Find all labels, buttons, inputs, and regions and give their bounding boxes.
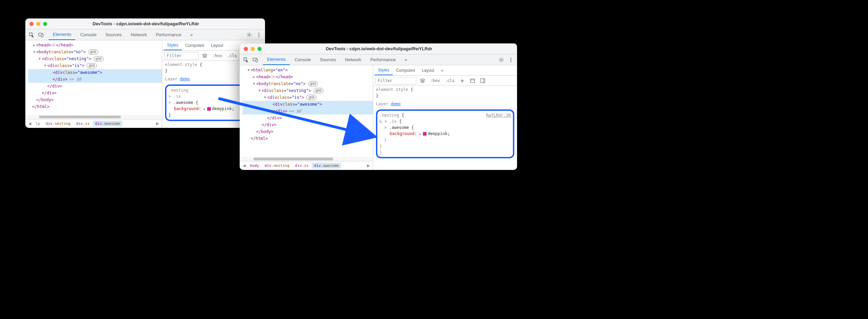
expand-arrow-icon[interactable]: ▶ [32, 42, 36, 49]
grid-badge[interactable]: grid [306, 95, 317, 100]
settings-gear-icon[interactable] [245, 31, 253, 39]
breadcrumb-body[interactable]: ly [34, 121, 42, 127]
dom-node-body-close[interactable]: </body> [242, 128, 373, 135]
styles-tab-computed[interactable]: Computed [393, 65, 418, 75]
breadcrumb-prev-icon[interactable]: ◀ [27, 121, 32, 126]
dom-node-head[interactable]: ▶ <head> ⋯ </head> [242, 74, 373, 80]
source-link[interactable]: RwYLRdr:36 [486, 112, 511, 118]
tab-sources[interactable]: Sources [101, 29, 126, 40]
style-rule-element[interactable]: element.style { } [376, 87, 514, 99]
dom-node-is-close[interactable]: </div> [242, 115, 373, 121]
breadcrumb-awesome[interactable]: div.awesome [93, 121, 122, 127]
collapse-arrow-icon[interactable]: ▼ [43, 62, 47, 69]
dom-node-is[interactable]: ▼ <div class="is"> grid [242, 94, 373, 101]
tab-network[interactable]: Network [127, 29, 151, 40]
breadcrumb-next-icon[interactable]: ▶ [366, 163, 371, 168]
ellipsis-icon[interactable]: ⋯ [51, 43, 56, 47]
tab-performance[interactable]: Performance [152, 29, 185, 40]
layer-link[interactable]: demo [180, 77, 190, 81]
style-property[interactable]: background: ▶deeppink; [379, 131, 511, 137]
dom-node-nesting[interactable]: ▼ <div class="nesting"> grid [242, 87, 373, 94]
dom-node-nesting-close[interactable]: </div> [242, 121, 373, 128]
tab-console[interactable]: Console [290, 54, 315, 65]
dom-node-body[interactable]: ▼ <body translate="no"> grid [242, 80, 373, 87]
grid-badge[interactable]: grid [313, 88, 324, 93]
kebab-menu-icon[interactable] [255, 31, 263, 39]
tab-sources[interactable]: Sources [316, 54, 340, 65]
collapse-arrow-icon[interactable]: ▼ [247, 67, 251, 74]
more-tabs-button[interactable]: » [186, 29, 197, 40]
styles-tabs-more[interactable]: » [438, 65, 447, 75]
more-tabs-button[interactable]: » [401, 54, 411, 65]
breadcrumb-nesting[interactable]: div.nesting [263, 163, 292, 169]
color-swatch[interactable] [423, 132, 427, 136]
dom-node-is-close[interactable]: </div> [28, 83, 162, 90]
dom-node-html[interactable]: ▼ <html lang="en"> [242, 67, 373, 74]
dom-tree[interactable]: ▶ <head> ⋯ </head> ▼ <body translate="no… [25, 40, 162, 115]
cls-button[interactable]: .cls [443, 77, 456, 84]
color-swatch[interactable] [207, 107, 211, 111]
styles-tab-computed[interactable]: Computed [182, 40, 207, 50]
dom-node-awesome-close[interactable]: </div> == $0 [28, 76, 162, 83]
breadcrumb-nesting[interactable]: div.nesting [43, 121, 73, 127]
collapse-arrow-icon[interactable]: ▼ [257, 87, 262, 94]
horizontal-scrollbar[interactable] [25, 115, 162, 119]
inspect-element-icon[interactable] [27, 31, 36, 39]
settings-gear-icon[interactable] [497, 56, 505, 64]
dom-node-html-close[interactable]: </html> [242, 135, 373, 142]
breadcrumb-next-icon[interactable]: ▶ [155, 121, 160, 126]
dom-node-head[interactable]: ▶ <head> ⋯ </head> [28, 42, 162, 49]
layer-row[interactable]: Layer demo [376, 101, 514, 108]
dom-node-nesting[interactable]: ▼ <div class="nesting"> grid [28, 55, 162, 62]
collapse-arrow-icon[interactable]: ▼ [32, 49, 36, 55]
styles-filter-input[interactable] [164, 52, 199, 59]
dom-node-html-close[interactable]: </html> [28, 103, 162, 110]
grid-badge[interactable]: grid [88, 49, 99, 55]
collapse-arrow-icon[interactable]: ▼ [252, 80, 256, 87]
grid-badge[interactable]: grid [86, 63, 97, 68]
tab-performance[interactable]: Performance [366, 54, 400, 65]
styles-tab-styles[interactable]: Styles [164, 40, 182, 50]
dom-node-nesting-close[interactable]: </div> [28, 90, 162, 96]
layers-icon[interactable] [418, 77, 427, 84]
ellipsis-icon[interactable]: ⋯ [271, 75, 276, 79]
breadcrumb-is[interactable]: div.is [74, 121, 92, 127]
styles-tab-styles[interactable]: Styles [375, 65, 393, 75]
device-toolbar-icon[interactable] [251, 56, 260, 64]
hov-button[interactable]: :hov [211, 52, 224, 59]
collapse-arrow-icon[interactable]: ▼ [263, 94, 267, 101]
styles-tab-layout[interactable]: Layout [207, 40, 227, 50]
dom-tree[interactable]: ▼ <html lang="en"> ▶ <head> ⋯ </head> ▼ … [240, 65, 373, 157]
dom-node-body-close[interactable]: </body> [28, 96, 162, 103]
kebab-menu-icon[interactable] [507, 56, 515, 64]
inspect-element-icon[interactable] [242, 56, 250, 64]
layer-link[interactable]: demo [391, 102, 401, 106]
collapse-arrow-icon[interactable]: ▼ [38, 55, 42, 62]
dom-node-awesome-close[interactable]: </div> == $0 [242, 108, 373, 115]
breadcrumb-body[interactable]: body [248, 163, 261, 169]
device-toolbar-icon[interactable] [37, 31, 45, 39]
rendering-icon[interactable] [479, 77, 487, 84]
styles-filter-input[interactable] [375, 77, 416, 84]
dom-node-body[interactable]: ▼ <body translate="no"> grid [28, 49, 162, 55]
breadcrumb-prev-icon[interactable]: ◀ [242, 163, 247, 168]
breadcrumb-is[interactable]: div.is [293, 163, 311, 169]
expand-shorthand-icon[interactable]: ▶ [204, 107, 205, 111]
dom-node-awesome-open[interactable]: <div class="awesome"> [28, 69, 162, 76]
tab-elements[interactable]: Elements [263, 54, 290, 65]
cls-button[interactable]: .cls [226, 52, 238, 59]
hov-button[interactable]: :hov [429, 77, 441, 84]
tab-network[interactable]: Network [341, 54, 366, 65]
layers-icon[interactable] [201, 52, 209, 59]
expand-shorthand-icon[interactable]: ▶ [419, 132, 421, 136]
breadcrumb-awesome[interactable]: div.awesome [312, 163, 341, 169]
dom-node-is[interactable]: ▼ <div class="is"> grid [28, 62, 162, 69]
tab-elements[interactable]: Elements [49, 29, 75, 40]
horizontal-scrollbar[interactable] [240, 157, 373, 161]
grid-badge[interactable]: grid [308, 81, 318, 87]
computed-sidebar-icon[interactable] [468, 77, 477, 84]
grid-badge[interactable]: grid [93, 56, 104, 62]
new-style-rule-icon[interactable]: + [458, 77, 466, 84]
expand-arrow-icon[interactable]: ▶ [252, 74, 256, 80]
tab-console[interactable]: Console [76, 29, 101, 40]
